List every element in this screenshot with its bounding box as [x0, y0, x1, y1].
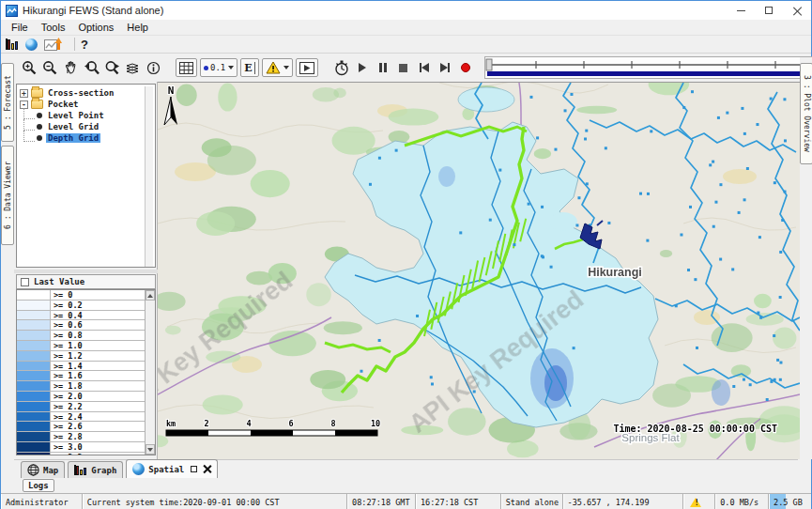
chevron-down-icon — [228, 66, 234, 69]
tab-plot-overview[interactable]: 3 : Plot Overview — [800, 63, 812, 164]
legend-row[interactable]: >= 0.6 — [17, 320, 145, 331]
tab-data-viewer[interactable]: 6 : Data Viewer — [1, 146, 14, 245]
tree-item-label-selected: Depth Grid — [46, 133, 100, 143]
interval-value: 0.1 — [210, 63, 225, 72]
menu-help[interactable]: Help — [120, 21, 155, 34]
map-display-button[interactable] — [25, 37, 38, 52]
legend-row[interactable]: >= 2.8 — [17, 432, 145, 442]
last-value-checkbox-row[interactable]: Last Value — [16, 274, 156, 289]
legend-row[interactable]: >= 1.0 — [17, 341, 145, 351]
panel-splitter[interactable] — [14, 270, 158, 273]
tree-connector — [23, 131, 35, 142]
tab-forecast[interactable]: 5 : Forecast — [1, 63, 14, 142]
stop-button[interactable] — [394, 58, 413, 77]
animation-button[interactable] — [296, 58, 318, 77]
window-title: Hikurangi FEWS (Stand alone) — [23, 5, 163, 16]
close-button[interactable] — [783, 1, 811, 20]
scroll-up-button[interactable] — [146, 290, 155, 301]
timer-button[interactable] — [332, 58, 351, 77]
last-value-checkbox[interactable] — [21, 278, 29, 286]
legend-threshold-label: >= 0.4 — [51, 311, 83, 320]
tree-scrollbar[interactable] — [145, 86, 153, 268]
help-button[interactable]: ? — [81, 37, 88, 52]
legend-row[interactable]: >= 3.2 — [17, 453, 145, 455]
menu-file[interactable]: File — [5, 21, 35, 34]
contour-interval-dropdown[interactable]: 0.1 — [200, 58, 237, 77]
app-logo-icon — [6, 5, 18, 17]
status-user: Administrator — [1, 494, 83, 509]
legend-row[interactable]: >= 3.0 — [17, 442, 145, 453]
zoom-in-button[interactable] — [20, 58, 38, 77]
record-button[interactable] — [456, 58, 475, 77]
bullet-icon — [37, 113, 42, 118]
tab-spatial[interactable]: Spatial — [126, 459, 218, 478]
database-explorer-button[interactable] — [6, 37, 19, 52]
last-value-label: Last Value — [34, 277, 84, 286]
tab-label: Map — [43, 466, 58, 475]
play-button[interactable] — [353, 58, 372, 77]
menu-options[interactable]: Options — [71, 21, 120, 34]
time-slider[interactable] — [484, 56, 812, 79]
legend-row[interactable]: >= 1.4 — [17, 362, 145, 372]
layers-button[interactable] — [123, 58, 142, 77]
title-bar[interactable]: Hikurangi FEWS (Stand alone) — [1, 1, 811, 20]
thresholds-dropdown[interactable] — [262, 58, 293, 77]
tree-item-level-point[interactable]: Level Point — [17, 110, 155, 121]
expand-icon[interactable]: + — [20, 89, 28, 98]
legend-row[interactable]: >= 1.8 — [17, 381, 145, 392]
legend-color-swatch — [17, 341, 51, 350]
zoom-next-button[interactable] — [102, 58, 121, 77]
menu-tools[interactable]: Tools — [35, 21, 72, 34]
status-coordinates: -35.657 , 174.199 — [563, 494, 684, 509]
legend-scrollbar[interactable] — [145, 290, 155, 455]
map-canvas[interactable]: API Key Required API Key Required Hikura… — [158, 82, 800, 459]
status-warning-cell[interactable] — [683, 494, 715, 509]
legend-row[interactable]: >= 1.2 — [17, 351, 145, 362]
skip-end-button[interactable] — [436, 58, 454, 77]
legend-color-swatch — [17, 331, 51, 340]
legend-row[interactable]: >= 2.6 — [17, 422, 145, 432]
question-mark-icon: ? — [81, 38, 88, 52]
info-button[interactable] — [144, 58, 162, 77]
place-label-hikurangi: Hikurangi — [588, 266, 642, 279]
legend-row[interactable]: >= 0.2 — [17, 301, 145, 311]
svg-text:km: km — [166, 419, 176, 428]
legend-threshold-label: >= 3.2 — [51, 453, 83, 455]
maximize-tab-icon[interactable] — [191, 466, 197, 472]
close-tab-icon[interactable] — [203, 465, 211, 473]
tree-item-pocket[interactable]: - Pocket — [17, 99, 155, 110]
legend-row[interactable]: >= 0 — [17, 290, 145, 301]
chart-arrow-icon — [44, 38, 62, 52]
zoom-out-button[interactable] — [40, 58, 59, 77]
legend-row[interactable]: >= 2.2 — [17, 402, 145, 412]
tree-item-depth-grid[interactable]: Depth Grid — [17, 132, 155, 144]
legend-threshold-label: >= 0.8 — [51, 331, 83, 340]
legend-color-swatch — [17, 362, 51, 371]
skip-start-button[interactable] — [415, 58, 434, 77]
tab-graph[interactable]: Graph — [68, 461, 123, 478]
grid-toggle-button[interactable] — [176, 58, 197, 77]
pause-button[interactable] — [374, 58, 392, 77]
tree-item-level-grid[interactable]: Level Grid — [17, 121, 155, 132]
legend-threshold-label: >= 0.2 — [51, 301, 83, 310]
maximize-button[interactable] — [755, 1, 783, 20]
legend-row[interactable]: >= 0.8 — [17, 331, 145, 341]
bar-chart-icon — [6, 39, 19, 50]
grid-icon — [179, 62, 193, 74]
legend-row[interactable]: >= 2.4 — [17, 412, 145, 423]
legend-threshold-label: >= 1.0 — [51, 341, 83, 350]
legend-row[interactable]: >= 0.4 — [17, 311, 145, 321]
legend-row[interactable]: >= 1.6 — [17, 371, 145, 381]
zoom-previous-button[interactable] — [82, 58, 100, 77]
minimize-button[interactable] — [727, 1, 755, 20]
logs-tab[interactable]: Logs — [23, 479, 54, 492]
labels-toggle-button[interactable]: E — [240, 58, 258, 77]
pan-button[interactable] — [61, 58, 80, 77]
legend-row[interactable]: >= 2.0 — [17, 392, 145, 402]
scroll-down-button[interactable] — [146, 444, 155, 455]
spatial-display-button[interactable] — [44, 37, 62, 52]
tab-map[interactable]: Map — [21, 461, 65, 478]
legend-color-swatch — [17, 290, 51, 300]
menu-bar: File Tools Options Help — [1, 20, 811, 36]
time-slider-thumb[interactable] — [486, 59, 492, 70]
